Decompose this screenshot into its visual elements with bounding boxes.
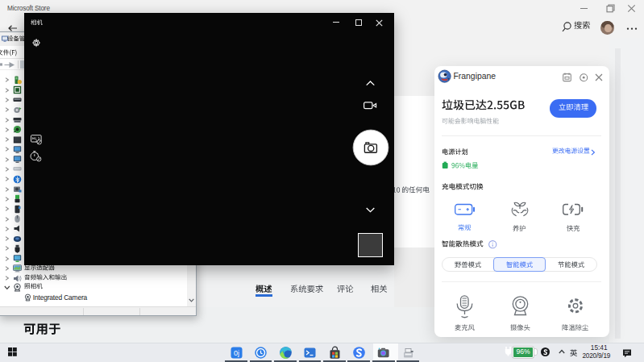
svg-text:0j: 0j (234, 349, 239, 357)
